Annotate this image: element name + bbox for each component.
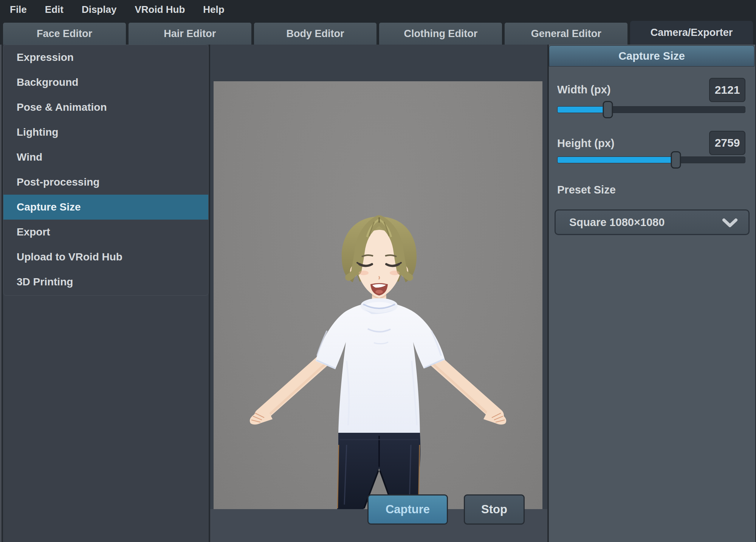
menu-bar: File Edit Display VRoid Hub Help [0, 0, 756, 19]
width-slider-handle[interactable] [603, 101, 613, 118]
avatar-image [214, 81, 542, 509]
width-label: Width (px) [557, 84, 610, 96]
menu-display[interactable]: Display [73, 0, 126, 19]
height-label: Height (px) [557, 137, 614, 150]
preset-size-dropdown[interactable]: Square 1080×1080 [555, 209, 750, 235]
menu-file[interactable]: File [1, 0, 36, 19]
sidebar-item-lighting[interactable]: Lighting [3, 120, 208, 145]
preset-size-label: Preset Size [557, 184, 616, 196]
menu-help[interactable]: Help [194, 0, 233, 19]
preset-size-value: Square 1080×1080 [569, 216, 665, 229]
width-slider-fill [558, 107, 608, 113]
tab-body-editor[interactable]: Body Editor [254, 23, 377, 45]
panel-title: Capture Size [549, 45, 754, 67]
width-value-field[interactable]: 2121 [709, 78, 745, 102]
sidebar-item-pose-animation[interactable]: Pose & Animation [3, 95, 208, 120]
sidebar-item-capture-size[interactable]: Capture Size [3, 195, 208, 220]
sidebar-item-upload-vroid-hub[interactable]: Upload to VRoid Hub [3, 245, 208, 269]
sidebar-item-background[interactable]: Background [3, 70, 208, 95]
menu-vroid-hub[interactable]: VRoid Hub [125, 0, 194, 19]
tab-general-editor[interactable]: General Editor [505, 23, 627, 45]
avatar-head [342, 217, 417, 298]
tab-clothing-editor[interactable]: Clothing Editor [379, 23, 502, 45]
capture-size-panel: Capture Size Width (px) 2121 Height (px)… [549, 45, 755, 542]
viewport-canvas[interactable] [214, 81, 542, 509]
editor-tab-bar: Face Editor Hair Editor Body Editor Clot… [0, 19, 756, 45]
tab-hair-editor[interactable]: Hair Editor [129, 23, 251, 45]
capture-button[interactable]: Capture [367, 494, 448, 525]
chevron-down-icon [722, 218, 738, 228]
menu-edit[interactable]: Edit [36, 0, 73, 19]
width-slider[interactable] [557, 101, 745, 118]
sidebar-item-3d-printing[interactable]: 3D Printing [3, 269, 208, 294]
avatar-shirt [316, 300, 445, 438]
sidebar-item-wind[interactable]: Wind [3, 145, 208, 170]
stop-button[interactable]: Stop [464, 494, 525, 525]
sidebar: Expression Background Pose & Animation L… [3, 45, 209, 542]
height-slider-fill [558, 157, 676, 163]
sidebar-item-export[interactable]: Export [3, 220, 208, 245]
viewport-panel: Capture Stop [210, 45, 547, 542]
left-scroll-strip[interactable] [0, 45, 2, 542]
vroid-studio-window: { "menu_bar": { "items": [ { "label": "F… [0, 0, 756, 542]
sidebar-item-post-processing[interactable]: Post-processing [3, 170, 208, 195]
sidebar-item-expression[interactable]: Expression [3, 45, 208, 70]
height-slider-handle[interactable] [671, 151, 681, 169]
tab-camera-exporter[interactable]: Camera/Exporter [630, 21, 753, 45]
tab-face-editor[interactable]: Face Editor [3, 23, 126, 45]
sidebar-list: Expression Background Pose & Animation L… [3, 45, 209, 296]
height-slider[interactable] [557, 151, 745, 169]
